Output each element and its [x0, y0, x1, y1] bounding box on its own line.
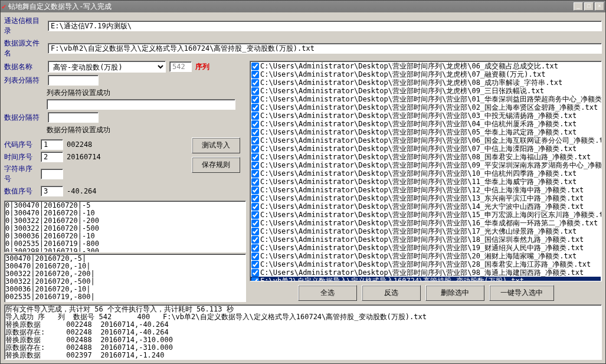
file-item[interactable]: C:\Users\Administrator\Desktop\营业部时间序列\龙…	[251, 78, 601, 87]
file-item[interactable]: C:\Users\Administrator\Desktop\营业部时间序列\龙…	[251, 87, 601, 95]
seq-col-label: 序列	[195, 62, 209, 72]
file-item[interactable]: C:\Users\Administrator\Desktop\营业部时间序列\营…	[251, 260, 601, 268]
file-checkbox[interactable]	[251, 112, 259, 120]
datasep-label: 数据分隔符	[4, 113, 44, 123]
file-path: C:\Users\Administrator\Desktop\营业部时间序列\营…	[260, 202, 584, 211]
codeseq-input[interactable]	[41, 139, 63, 150]
file-item[interactable]: C:\Users\Administrator\Desktop\营业部时间序列\营…	[251, 194, 601, 202]
save-rule-button[interactable]: 保存规则	[192, 157, 240, 173]
timeseq-input[interactable]	[41, 152, 63, 162]
datasep-input[interactable]	[48, 112, 99, 123]
file-checkbox[interactable]	[251, 211, 259, 219]
file-item[interactable]: C:\Users\Administrator\Desktop\营业部时间序列\营…	[251, 178, 601, 186]
datasep-status: 数据分隔符设置成功	[47, 125, 246, 135]
file-item[interactable]: C:\Users\Administrator\Desktop\营业部时间序列\营…	[251, 153, 601, 161]
file-path: C:\Users\Administrator\Desktop\营业部时间序列\营…	[260, 153, 591, 161]
file-path: C:\Users\Administrator\Desktop\营业部时间序列\营…	[260, 235, 584, 244]
colsep-label: 列表分隔符	[4, 76, 44, 86]
colsep-input[interactable]	[48, 75, 99, 86]
file-checkbox[interactable]	[251, 244, 259, 252]
colsep-result-input[interactable]	[47, 99, 235, 110]
file-checkbox[interactable]	[251, 71, 259, 78]
colsep-status: 列表分隔符设置成功	[47, 88, 246, 98]
file-path: C:\Users\Administrator\Desktop\营业部时间序列\营…	[260, 211, 602, 219]
file-path: C:\Users\Administrator\Desktop\营业部时间序列\营…	[260, 186, 584, 194]
file-checkbox[interactable]	[251, 186, 259, 194]
file-checkbox[interactable]	[251, 129, 259, 136]
file-item[interactable]: C:\Users\Administrator\Desktop\营业部时间序列\营…	[251, 244, 601, 252]
file-checkbox[interactable]	[251, 277, 259, 282]
timeseq-label: 时间序号	[4, 152, 37, 162]
file-checkbox[interactable]	[251, 153, 259, 161]
file-checkbox[interactable]	[251, 87, 259, 95]
file-item[interactable]: C:\Users\Administrator\Desktop\营业部时间序列\营…	[251, 120, 601, 128]
file-path: C:\Users\Administrator\Desktop\营业部时间序列\营…	[260, 128, 576, 136]
file-item[interactable]: C:\Users\Administrator\Desktop\营业部时间序列\营…	[251, 252, 601, 260]
delete-selected-button[interactable]: 删除选中	[425, 285, 484, 301]
file-checkbox[interactable]	[251, 170, 259, 178]
file-checkbox[interactable]	[251, 162, 259, 169]
file-checkbox[interactable]	[251, 261, 259, 268]
file-item[interactable]: C:\Users\Administrator\Desktop\营业部时间序列\营…	[251, 268, 601, 277]
file-checkbox[interactable]	[251, 269, 259, 277]
file-checkbox[interactable]	[251, 178, 259, 186]
file-item[interactable]: C:\Users\Administrator\Desktop\营业部时间序列\营…	[251, 103, 601, 112]
file-path: C:\Users\Administrator\Desktop\营业部时间序列\营…	[260, 161, 602, 169]
file-checkbox[interactable]	[251, 96, 259, 103]
strseq-input[interactable]	[41, 169, 63, 179]
file-item[interactable]: C:\Users\Administrator\Desktop\营业部时间序列\营…	[251, 235, 601, 244]
file-checkbox[interactable]	[251, 228, 259, 235]
file-item[interactable]: C:\Users\Administrator\Desktop\营业部时间序列\营…	[251, 136, 601, 145]
file-checkbox[interactable]	[251, 104, 259, 112]
file-item-selected[interactable]: F:\vb单2\自定义数据导入\定义格式导入160724\高管持股_变动股数(万…	[251, 277, 601, 281]
file-item[interactable]: C:\Users\Administrator\Desktop\营业部时间序列\营…	[251, 227, 601, 235]
file-list[interactable]: C:\Users\Administrator\Desktop\营业部时间序列\龙…	[250, 61, 602, 281]
rootdir-input[interactable]	[48, 21, 602, 31]
file-checkbox[interactable]	[251, 145, 259, 153]
file-item[interactable]: C:\Users\Administrator\Desktop\营业部时间序列\龙…	[251, 62, 601, 70]
file-checkbox[interactable]	[251, 252, 259, 260]
numseq-input[interactable]	[41, 186, 63, 196]
file-checkbox[interactable]	[251, 195, 259, 202]
maximize-button[interactable]: □	[584, 2, 594, 11]
srcfile-input[interactable]	[48, 43, 602, 54]
minimize-button[interactable]: _	[574, 2, 583, 11]
app-window: ✔ 钻地舞自定义数据导入-写入完成 _ □ × 通达信根目录 数据源文件名 数据…	[0, 0, 606, 364]
file-item[interactable]: C:\Users\Administrator\Desktop\营业部时间序列\营…	[251, 161, 601, 169]
file-checkbox[interactable]	[251, 79, 259, 87]
file-item[interactable]: C:\Users\Administrator\Desktop\营业部时间序列\营…	[251, 211, 601, 219]
file-item[interactable]: C:\Users\Administrator\Desktop\营业部时间序列\营…	[251, 169, 601, 178]
file-checkbox[interactable]	[251, 120, 259, 128]
file-item[interactable]: C:\Users\Administrator\Desktop\营业部时间序列\营…	[251, 145, 601, 153]
file-path: C:\Users\Administrator\Desktop\营业部时间序列\营…	[260, 268, 584, 277]
select-all-button[interactable]: 全选	[298, 285, 357, 301]
file-item[interactable]: C:\Users\Administrator\Desktop\营业部时间序列\营…	[251, 128, 601, 136]
import-selected-button[interactable]: 一键导入选中	[489, 285, 554, 301]
file-path: C:\Users\Administrator\Desktop\营业部时间序列\龙…	[260, 78, 562, 87]
file-path: C:\Users\Administrator\Desktop\营业部时间序列\营…	[260, 178, 576, 186]
test-import-button[interactable]: 测试导入	[192, 137, 240, 153]
file-path: C:\Users\Administrator\Desktop\营业部时间序列\营…	[260, 136, 602, 145]
dataname-select[interactable]: 高管-变动股数(万股)	[48, 61, 166, 73]
log-output[interactable]: 所有文件导入完成，共计对 56 个文件执行导入，共计耗时 56.113 秒 导入…	[4, 304, 602, 360]
file-item[interactable]: C:\Users\Administrator\Desktop\营业部时间序列\营…	[251, 186, 601, 194]
file-checkbox[interactable]	[251, 203, 259, 211]
file-checkbox[interactable]	[251, 236, 259, 244]
preview2-list[interactable]: 300470|20160720,-5| 300470|20160720,-10|…	[4, 254, 246, 302]
file-checkbox[interactable]	[251, 137, 259, 145]
file-item[interactable]: C:\Users\Administrator\Desktop\营业部时间序列\营…	[251, 219, 601, 227]
file-path: C:\Users\Administrator\Desktop\营业部时间序列\营…	[260, 252, 576, 260]
codeseq-label: 代码序号	[4, 140, 37, 150]
invert-select-button[interactable]: 反选	[362, 285, 421, 301]
file-path: C:\Users\Administrator\Desktop\营业部时间序列\营…	[260, 120, 576, 128]
window-title: 钻地舞自定义数据导入-写入完成	[8, 2, 574, 12]
file-checkbox[interactable]	[251, 63, 259, 70]
file-item[interactable]: C:\Users\Administrator\Desktop\营业部时间序列\营…	[251, 202, 601, 211]
file-item[interactable]: C:\Users\Administrator\Desktop\营业部时间序列\龙…	[251, 70, 601, 78]
strseq-label: 字符串序号	[4, 164, 37, 184]
close-button[interactable]: ×	[595, 2, 604, 11]
preview1-list[interactable]: 0|300470|20160720|-5 0|300470|20160720|-…	[4, 201, 246, 252]
file-checkbox[interactable]	[251, 219, 259, 227]
file-item[interactable]: C:\Users\Administrator\Desktop\营业部时间序列\营…	[251, 112, 601, 120]
file-item[interactable]: C:\Users\Administrator\Desktop\营业部时间序列\营…	[251, 95, 601, 103]
